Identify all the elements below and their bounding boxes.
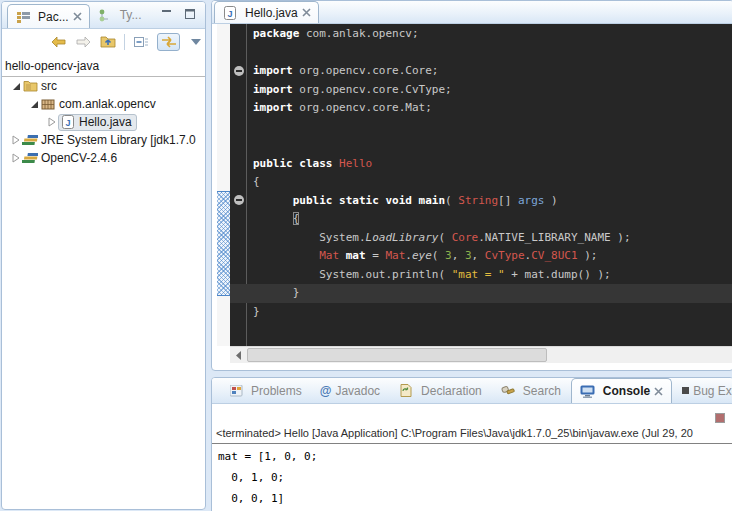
collapse-all-icon[interactable] xyxy=(132,33,150,51)
tree-item-opencv-library[interactable]: OpenCV-2.4.6 xyxy=(2,149,205,167)
view-menu-icon[interactable] xyxy=(187,33,205,51)
svg-text:J: J xyxy=(65,117,70,127)
tab-label: Problems xyxy=(251,384,302,398)
svg-text:J: J xyxy=(227,8,232,18)
tab-search[interactable]: Search xyxy=(492,378,569,403)
code-segment: System. xyxy=(253,231,366,244)
tab-bug-explorer[interactable]: Bug Explorer xyxy=(674,378,732,403)
code-lines[interactable]: package com.anlak.opencv;import org.open… xyxy=(247,24,732,321)
search-icon xyxy=(500,384,516,398)
console-tabbar: Problems @ Javadoc Declaration Search Co… xyxy=(212,378,732,404)
code-line[interactable]: } xyxy=(253,284,732,303)
maximize-icon[interactable] xyxy=(182,8,197,20)
code-segment: Hello xyxy=(339,157,372,170)
tab-package-explorer[interactable]: Pac... xyxy=(7,4,90,28)
code-segment: } xyxy=(253,305,260,318)
tree-item-src[interactable]: src xyxy=(2,77,205,95)
console-output[interactable]: mat = [1, 0, 0; 0, 1, 0; 0, 0, 1] xyxy=(212,446,732,509)
package-explorer-icon xyxy=(15,10,31,24)
minimize-icon[interactable] xyxy=(159,8,174,20)
close-icon[interactable] xyxy=(654,387,663,396)
code-line[interactable] xyxy=(253,136,732,155)
expanded-arrow-icon[interactable] xyxy=(10,80,22,92)
package-explorer-panel: Pac... Ty... xyxy=(1,1,206,510)
tab-console[interactable]: Console xyxy=(571,378,672,403)
code-line[interactable]: import org.opencv.core.Core; xyxy=(253,62,732,81)
terminate-icon[interactable] xyxy=(715,413,725,423)
problems-icon xyxy=(228,384,244,398)
tree-item-hello-java[interactable]: J Hello.java xyxy=(2,113,205,131)
code-line[interactable]: public class Hello xyxy=(253,155,732,174)
fold-collapse-icon[interactable] xyxy=(234,66,244,76)
forward-icon[interactable] xyxy=(75,33,93,51)
code-segment: { xyxy=(253,175,260,188)
collapsed-arrow-icon[interactable] xyxy=(10,152,22,164)
close-icon[interactable] xyxy=(302,8,311,17)
tab-label: Bug Explorer xyxy=(693,384,732,398)
code-segment xyxy=(253,194,293,207)
link-with-editor-icon[interactable] xyxy=(157,33,181,51)
tab-type-hierarchy[interactable]: Ty... xyxy=(90,2,149,28)
code-line[interactable]: package com.anlak.opencv; xyxy=(253,25,732,44)
code-editor[interactable]: package com.anlak.opencv;import org.open… xyxy=(230,24,732,346)
code-segment: Core xyxy=(452,231,479,244)
code-segment: org.opencv.core.Core; xyxy=(299,64,438,77)
console-toolbar xyxy=(715,413,725,423)
code-line[interactable] xyxy=(253,44,732,63)
project-root-label[interactable]: hello-opencv-java xyxy=(2,54,205,77)
code-segment: Mat xyxy=(385,249,405,262)
horizontal-scrollbar[interactable] xyxy=(230,346,732,363)
code-line[interactable]: Mat mat = Mat.eye( 3, 3, CvType.CV_8UC1 … xyxy=(253,247,732,266)
tree-item-package[interactable]: com.anlak.opencv xyxy=(2,95,205,113)
expanded-arrow-icon[interactable] xyxy=(28,98,40,110)
code-segment: LoadLibrary xyxy=(366,231,439,244)
scroll-left-icon[interactable] xyxy=(230,347,247,363)
java-file-icon: J xyxy=(60,115,76,129)
tree-item-jre-library[interactable]: JRE System Library [jdk1.7.0 xyxy=(2,131,205,149)
console-output-line: mat = [1, 0, 0; xyxy=(218,446,732,467)
tab-label: Declaration xyxy=(421,384,482,398)
view-window-buttons xyxy=(159,2,205,28)
tree-item-label: com.anlak.opencv xyxy=(59,97,156,111)
collapsed-arrow-icon[interactable] xyxy=(10,134,22,146)
code-segment: [] xyxy=(498,194,518,207)
tab-label: Hello.java xyxy=(245,6,298,20)
console-panel: Problems @ Javadoc Declaration Search Co… xyxy=(211,377,732,511)
tab-hello-java[interactable]: J Hello.java xyxy=(214,1,319,23)
declaration-icon xyxy=(398,384,414,398)
tree-item-label: Hello.java xyxy=(79,115,132,129)
collapsed-arrow-icon[interactable] xyxy=(46,116,58,128)
code-line[interactable]: { xyxy=(253,210,732,229)
tab-label: Ty... xyxy=(120,8,142,22)
code-line[interactable] xyxy=(253,118,732,137)
back-icon[interactable] xyxy=(50,33,68,51)
scrollbar-thumb[interactable] xyxy=(247,348,547,362)
code-line[interactable]: { xyxy=(253,173,732,192)
package-icon xyxy=(40,97,56,111)
java-file-icon: J xyxy=(222,6,238,20)
code-segment: CV_8UC1 xyxy=(531,249,577,262)
code-line[interactable]: import org.opencv.core.Mat; xyxy=(253,99,732,118)
code-segment xyxy=(339,249,346,262)
code-line[interactable]: import org.opencv.core.CvType; xyxy=(253,81,732,100)
tab-label: Search xyxy=(523,384,561,398)
tab-problems[interactable]: Problems xyxy=(220,378,310,403)
code-line[interactable]: public static void main( String[] args ) xyxy=(253,192,732,211)
annotation-ruler[interactable] xyxy=(217,24,230,346)
up-folder-icon[interactable] xyxy=(99,33,117,51)
close-icon[interactable] xyxy=(73,12,82,21)
code-segment: ) xyxy=(544,194,557,207)
code-segment: ( xyxy=(432,249,445,262)
tab-javadoc[interactable]: @ Javadoc xyxy=(312,378,388,403)
code-segment: 3 xyxy=(445,249,452,262)
code-line[interactable]: } xyxy=(253,303,732,322)
code-line[interactable]: System.LoadLibrary( Core.NATIVE_LIBRARY_… xyxy=(253,229,732,248)
tab-declaration[interactable]: Declaration xyxy=(390,378,490,403)
console-status-line: <terminated> Hello [Java Application] C:… xyxy=(212,427,732,444)
tree-item-label: src xyxy=(41,79,57,93)
code-line[interactable]: System.out.println( "mat = " + mat.dump(… xyxy=(253,266,732,285)
fold-collapse-icon[interactable] xyxy=(234,195,244,205)
selected-item-highlight[interactable]: J Hello.java xyxy=(58,114,137,131)
code-segment: mat xyxy=(346,249,366,262)
code-segment xyxy=(253,212,293,225)
